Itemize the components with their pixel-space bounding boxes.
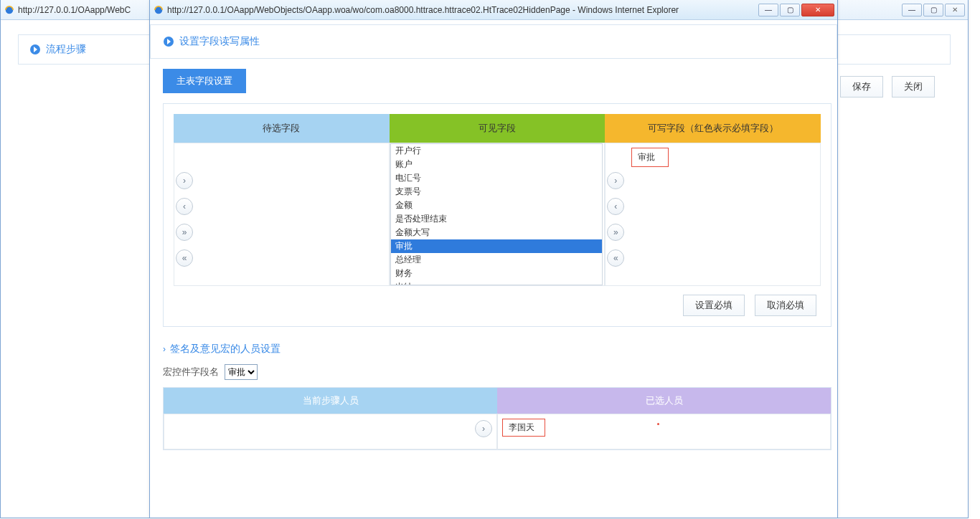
bg-action-bar: 保存 关闭 [840,69,951,97]
people-move-right-button[interactable]: › [475,420,492,437]
play-icon [164,37,174,47]
current-people-cell: › [164,414,497,449]
chevron-right-icon: › [163,344,166,354]
move-one-right-button[interactable]: › [176,172,193,189]
sub-section-heading[interactable]: › 签名及意见宏的人员设置 [163,343,831,356]
visible-field-option[interactable]: 审批 [391,239,603,253]
save-button[interactable]: 保存 [840,76,883,97]
bg-minimize-button[interactable]: — [902,4,922,16]
visible-field-option[interactable]: 支票号 [391,185,603,199]
visible-field-option[interactable]: 金额 [391,199,603,212]
signature-macro-section: › 签名及意见宏的人员设置 宏控件字段名 审批 当前步骤人员 已选人员 [163,343,831,450]
macro-field-label: 宏控件字段名 [163,366,219,378]
move-all-left-button[interactable]: « [176,249,193,267]
visible-header: 可见字段 [390,114,606,143]
move-all-right-button-2[interactable]: » [607,224,624,241]
fg-minimize-button[interactable]: — [758,4,778,16]
bg-section-heading: 流程步骤 [30,43,86,56]
move-all-right-button[interactable]: » [176,224,193,241]
visible-field-option[interactable]: 是否处理结束 [391,212,603,226]
main-scroll-area[interactable]: 主表字段设置 待选字段 可见字段 可写字段（红色表示必填字段） › ‹ » [150,67,837,518]
foreground-ie-window: http://127.0.0.1/OAapp/WebObjects/OAapp.… [149,0,838,518]
bg-maximize-button[interactable]: ▢ [923,4,943,16]
section-title: 设置字段读写属性 [179,35,260,48]
visible-field-option[interactable]: 出纳 [391,280,603,285]
fg-url: http://127.0.0.1/OAapp/WebObjects/OAapp.… [167,5,758,15]
visible-field-option[interactable]: 总经理 [391,253,603,267]
chosen-people-list[interactable]: 李国天 [498,414,830,441]
pending-header: 待选字段 [174,114,390,143]
set-required-button[interactable]: 设置必填 [683,295,745,316]
field-config-panel: 待选字段 可见字段 可写字段（红色表示必填字段） › ‹ » « [163,103,831,327]
writable-field-chip[interactable]: 审批 [631,148,669,167]
visible-field-option[interactable]: 开户行 [391,144,603,158]
visible-field-listbox[interactable]: 开户行账户电汇号支票号金额是否处理结束金额大写审批总经理财务出纳借支人 [390,143,603,285]
play-icon [30,44,40,54]
bg-close-button[interactable]: ✕ [945,4,965,16]
writable-header: 可写字段（红色表示必填字段） [605,114,821,143]
move-all-left-button-2[interactable]: « [607,249,624,267]
fg-titlebar[interactable]: http://127.0.0.1/OAapp/WebObjects/OAapp.… [150,0,837,20]
macro-field-select[interactable]: 审批 [225,364,258,380]
ie-icon [4,4,15,16]
section-title-panel: 设置字段读写属性 [150,24,837,59]
main-table-config-button[interactable]: 主表字段设置 [163,69,246,93]
chosen-person-chip[interactable]: 李国天 [502,419,545,437]
move-one-right-button-2[interactable]: › [607,172,624,189]
section-heading: 设置字段读写属性 [164,35,260,48]
visible-cell: 开户行账户电汇号支票号金额是否处理结束金额大写审批总经理财务出纳借支人 [390,143,606,286]
bg-section-title: 流程步骤 [46,43,86,56]
visible-field-option[interactable]: 账户 [391,158,603,171]
visible-field-option[interactable]: 电汇号 [391,171,603,185]
move-one-left-button[interactable]: ‹ [176,198,193,215]
visible-field-option[interactable]: 财务 [391,267,603,280]
fg-maximize-button[interactable]: ▢ [780,4,800,16]
chosen-people-cell: 李国天 [497,414,831,449]
people-config-panel: 当前步骤人员 已选人员 › 李国天 [163,387,831,450]
chosen-people-header: 已选人员 [497,388,831,414]
pending-cell: › ‹ » « [174,143,390,286]
unset-required-button[interactable]: 取消必填 [755,295,816,316]
fg-close-button[interactable]: ✕ [801,4,834,16]
current-people-header: 当前步骤人员 [164,388,497,414]
visible-field-option[interactable]: 金额大写 [391,226,603,239]
close-button[interactable]: 关闭 [892,76,935,97]
writable-field-list[interactable]: 审批 [627,143,673,171]
move-one-left-button-2[interactable]: ‹ [607,198,624,215]
writable-cell: › ‹ » « 审批 [605,143,821,286]
ie-icon [153,4,164,16]
sub-section-title: 签名及意见宏的人员设置 [170,343,281,356]
